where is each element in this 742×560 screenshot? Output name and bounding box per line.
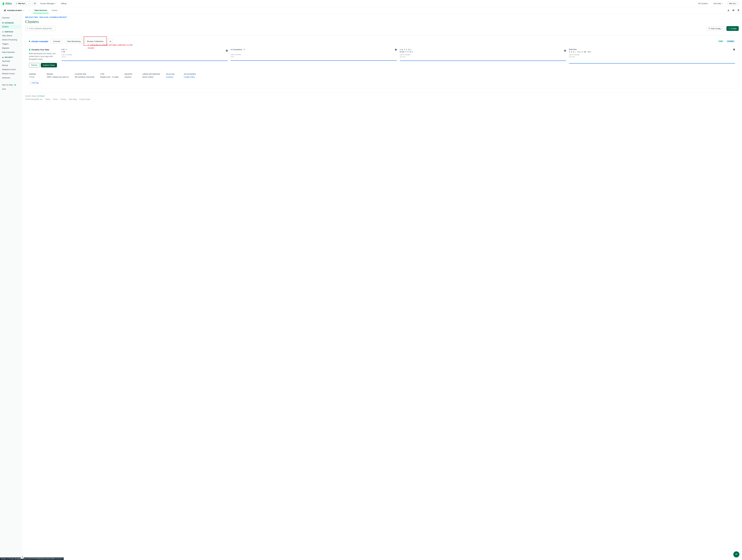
footer-terms-link[interactable]: Terms xyxy=(53,98,58,100)
feedback-icon[interactable] xyxy=(732,9,735,12)
metric-connections: Connections 0 i Last 11 minutes 100.0 xyxy=(231,48,397,67)
sidebar-quickstart[interactable]: Quickstart xyxy=(0,59,22,63)
footer-contact-link[interactable]: Contact Sales xyxy=(79,98,90,100)
browse-collections-button[interactable]: Browse Collections xyxy=(85,39,106,44)
dot-icon xyxy=(62,49,62,50)
sidebar-migration[interactable]: Migration xyxy=(0,46,22,50)
cluster-name-link[interactable]: cluster-example xyxy=(29,40,48,43)
sidebar-backup[interactable]: Backup xyxy=(0,63,22,67)
atlas-search-create-index-link[interactable]: Create Index xyxy=(184,76,196,78)
project-switcher[interactable]: example-project ▼ xyxy=(2,8,26,12)
free-badge: FREE xyxy=(718,40,724,43)
lock-icon xyxy=(2,57,4,58)
info-icon[interactable]: i xyxy=(226,50,228,52)
sidebar-stream-processing[interactable]: Stream Processing xyxy=(0,38,22,42)
view-monitoring-button[interactable]: View Monitoring xyxy=(65,39,83,44)
leaf-icon xyxy=(29,48,31,51)
edit-config-button[interactable]: Edit Config ▼ xyxy=(706,26,725,31)
svg-text:A: A xyxy=(736,554,737,555)
chevron-down-icon: ▼ xyxy=(736,3,738,4)
chevron-down-icon: ▼ xyxy=(23,10,24,11)
footer-blog-link[interactable]: Atlas Blog xyxy=(69,98,77,100)
sidebar-database-access[interactable]: Database Access xyxy=(0,67,22,71)
project-bar: example-project ▼ ⋮ Data Services Charts xyxy=(0,7,742,14)
org-settings-button[interactable] xyxy=(33,1,37,6)
crumb-org[interactable]: WEI KAI'S ORG - 2024-10-06 xyxy=(25,16,48,18)
sidebar-triggers[interactable]: Triggers xyxy=(0,42,22,46)
breadcrumb: WEI KAI'S ORG - 2024-10-06 > EXAMPLE-PRO… xyxy=(25,16,739,18)
main-content: WEI KAI'S ORG - 2024-10-06 > EXAMPLE-PRO… xyxy=(22,14,742,560)
sidebar: Overview DATABASE Clusters SERVICES Atla… xyxy=(0,14,22,560)
system-status-link[interactable]: All Good xyxy=(38,95,44,97)
atlas-logo[interactable]: Atlas xyxy=(2,2,12,5)
user-menu[interactable]: Wei Kai▼ xyxy=(727,1,740,5)
metric-data-size: Data Size i 0.0 B / 512.0 MB (0%) Last 1… xyxy=(569,48,735,67)
bell-icon[interactable] xyxy=(737,9,740,12)
tab-charts[interactable]: Charts xyxy=(50,7,59,13)
cluster-more-menu[interactable]: ••• xyxy=(108,39,113,44)
access-manager-link[interactable]: Access Manager▼ xyxy=(39,2,58,5)
info-icon[interactable]: i xyxy=(564,50,566,52)
sidebar-new-on-atlas[interactable]: New On Atlas 8 xyxy=(0,83,22,87)
explore-charts-button[interactable]: Explore Charts xyxy=(41,63,57,67)
detail-type: Replica Set - 3 nodes xyxy=(100,76,119,78)
org-switcher[interactable]: Wei Kai's Or... ▼ xyxy=(14,1,31,6)
detail-region: AWS / Ireland (eu-west-1) xyxy=(47,76,69,78)
search-input[interactable] xyxy=(30,28,54,30)
sidebar-network-access[interactable]: Network Access xyxy=(0,71,22,76)
sidebar-goto[interactable]: Goto xyxy=(0,87,22,91)
viz-title: Visualize Your Data xyxy=(31,49,49,51)
create-button[interactable]: + Create xyxy=(727,26,739,31)
sidebar-atlas-search[interactable]: Atlas Search xyxy=(0,34,22,38)
svg-rect-1 xyxy=(17,3,17,4)
sidebar-advanced[interactable]: Advanced xyxy=(0,76,22,80)
topbar: Atlas Wei Kai's Or... ▼ Access Manager▼ … xyxy=(0,0,742,7)
project-name: example-project xyxy=(7,9,22,11)
info-icon[interactable]: i xyxy=(733,49,735,50)
org-name: Wei Kai's Or... xyxy=(18,3,28,5)
footer-status-link[interactable]: Status xyxy=(45,98,50,100)
chat-fab[interactable]: A xyxy=(733,551,739,557)
browser-status-bar: https://cloud.mongodb.com/v2/67274f9fb69… xyxy=(0,557,64,560)
chevron-down-icon: ▼ xyxy=(722,3,723,4)
invite-icon[interactable] xyxy=(727,9,730,12)
footer-privacy-link[interactable]: Privacy xyxy=(60,98,66,100)
svg-rect-3 xyxy=(2,31,4,32)
chevron-down-icon: ▼ xyxy=(55,3,56,4)
detail-linked: None Linked xyxy=(143,76,160,78)
sidebar-data-federation[interactable]: Data Federation xyxy=(0,50,22,54)
svg-point-2 xyxy=(2,22,3,22)
search-icon xyxy=(26,28,29,30)
services-icon xyxy=(2,31,4,33)
billing-link[interactable]: Billing xyxy=(60,2,68,5)
cluster-details: VERSION7.0.15 REGIONAWS / Ireland (eu-we… xyxy=(29,73,735,78)
atlas-sql-connect-link[interactable]: Connect xyxy=(166,76,178,78)
crumb-project[interactable]: EXAMPLE-PROJECT xyxy=(50,16,67,18)
leaf-icon xyxy=(2,2,4,5)
all-clusters-link[interactable]: All Clusters xyxy=(697,2,709,5)
sparkline-chart xyxy=(231,58,397,60)
status-dot-icon xyxy=(29,41,30,42)
search-deployments[interactable] xyxy=(25,26,56,31)
database-icon xyxy=(708,28,710,30)
gear-icon xyxy=(34,3,36,5)
project-menu-button[interactable]: ⋮ xyxy=(28,9,32,12)
folder-icon xyxy=(4,9,6,11)
connect-button[interactable]: Connect xyxy=(51,39,62,44)
dismiss-button[interactable]: Dismiss xyxy=(29,63,40,67)
org-icon xyxy=(16,3,17,4)
sidebar-collapse-button[interactable] xyxy=(20,555,24,559)
tab-data-services[interactable]: Data Services xyxy=(33,7,49,13)
info-icon[interactable]: i xyxy=(395,49,397,51)
sidebar-clusters[interactable]: Clusters xyxy=(1,24,21,29)
sparkline-chart xyxy=(569,58,735,63)
detail-tier: M0 Sandbox (General) xyxy=(75,76,94,78)
dot-icon xyxy=(400,51,401,52)
shared-badge: SHARED xyxy=(726,40,735,43)
get-help-link[interactable]: Get Help▼ xyxy=(712,2,724,5)
sidebar-head-database: DATABASE xyxy=(0,20,22,24)
svg-rect-4 xyxy=(2,57,3,58)
sidebar-overview[interactable]: Overview xyxy=(0,16,22,20)
add-tag-button[interactable]: + Add Tag xyxy=(29,81,40,85)
new-count-badge: 8 xyxy=(14,84,16,86)
